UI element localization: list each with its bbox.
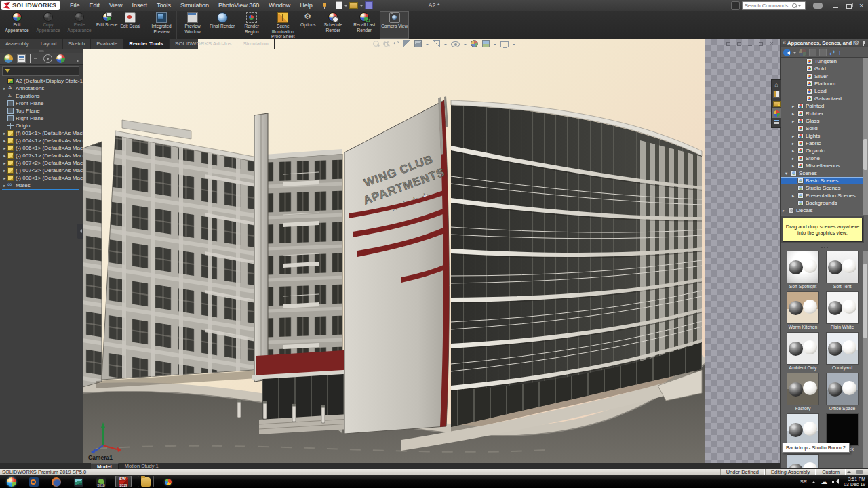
ribbon-button[interactable]: Paste Appearance <box>64 11 95 39</box>
zoom-to-fit-icon[interactable] <box>373 41 379 47</box>
ribbon-button[interactable]: Integrated Preview <box>144 11 177 39</box>
minimize-button[interactable] <box>833 3 840 9</box>
search-scope-icon[interactable] <box>731 1 740 10</box>
feature-tree-item[interactable]: Right Plane <box>0 115 83 122</box>
sync-icon[interactable]: ⇄ <box>829 49 835 56</box>
panel-grip[interactable] <box>39 50 44 52</box>
scene-preview[interactable] <box>787 373 818 405</box>
scene-preview[interactable] <box>827 251 858 283</box>
doc-close-icon[interactable] <box>769 41 774 47</box>
custom-properties-tab[interactable] <box>772 118 781 127</box>
file-explorer-tab[interactable] <box>772 99 781 108</box>
appearances-tree-item[interactable]: ▸ Painted <box>781 102 863 110</box>
taskbar-app-button[interactable] <box>48 476 64 487</box>
doc-window-icon[interactable] <box>758 41 764 47</box>
gear-icon[interactable]: ⚙ <box>854 39 859 47</box>
model-tab[interactable]: Motion Study 1 <box>119 463 165 470</box>
view-settings-caret[interactable] <box>513 44 515 47</box>
scene-thumbnail[interactable]: Courtyard <box>823 333 861 371</box>
zoom-to-area-icon[interactable] <box>383 41 389 47</box>
feature-tree-item[interactable]: ▸ (-) 007<3> (Default<As Machined> <box>0 167 83 174</box>
tabs-overflow-icon[interactable] <box>77 59 81 63</box>
ribbon-button[interactable]: Preview Window <box>177 11 208 39</box>
feature-tree-item[interactable]: ▸ (f) 001<1> (Default<As Machined> <box>0 129 83 137</box>
taskbar-app-button[interactable]: SW 2019 <box>115 476 132 487</box>
ribbon-button[interactable]: Final Render <box>208 11 236 39</box>
cloud-icon[interactable]: ☁ <box>821 478 827 486</box>
appearances-tab[interactable] <box>772 108 781 118</box>
tree-scrollbar[interactable] <box>863 58 868 215</box>
hide-show-items-icon[interactable] <box>451 41 460 47</box>
scene-thumbnail[interactable]: Office Space <box>823 373 861 411</box>
appearances-tree-item[interactable]: ▾ Scenes <box>781 169 863 177</box>
feature-tree-item[interactable]: ▸ (-) 008<1> (Default<As Machined> <box>0 174 83 182</box>
appearances-tree-item[interactable]: Tungsten <box>781 58 863 65</box>
expander-icon[interactable]: ▸ <box>792 148 797 154</box>
pin-menu-icon[interactable] <box>321 3 328 9</box>
expander-icon[interactable]: ▸ <box>792 134 797 139</box>
appearances-tree-item[interactable]: Solid <box>781 125 863 132</box>
scene-thumbnail[interactable]: Soft Tent <box>823 251 861 289</box>
scene-preview[interactable] <box>827 373 858 405</box>
new-document-icon[interactable] <box>336 1 342 9</box>
resources-tab[interactable]: ⌂ <box>772 80 781 89</box>
language-indicator[interactable]: SR <box>800 479 807 485</box>
view-orientation-icon[interactable] <box>414 40 422 47</box>
expander-icon[interactable]: ▸ <box>792 163 797 169</box>
units-caret-icon[interactable] <box>847 469 851 473</box>
feature-tree-item[interactable]: Front Plane <box>0 100 83 107</box>
expander-icon[interactable]: ▸ <box>792 193 797 199</box>
feature-tree-item[interactable]: Top Plane <box>0 107 83 115</box>
expander-icon[interactable]: ▸ <box>2 138 7 144</box>
command-tab[interactable]: Evaluate <box>91 39 123 49</box>
scene-thumbnail[interactable]: Factory <box>784 373 822 411</box>
last-tab-icon[interactable] <box>77 464 81 468</box>
open-document-icon[interactable] <box>349 2 358 9</box>
help-icon[interactable] <box>813 3 823 9</box>
menu-item[interactable]: Tools <box>152 0 176 11</box>
ribbon-button[interactable]: Edit Scene <box>95 11 119 39</box>
add-appearance-icon[interactable] <box>799 49 806 56</box>
menu-item[interactable]: Window <box>264 0 295 11</box>
appearances-tree-item[interactable]: ▸ Stone <box>781 155 863 162</box>
taskbar-app-button[interactable] <box>3 476 20 487</box>
command-tab[interactable]: Assembly <box>0 39 35 49</box>
expander-icon[interactable]: ▸ <box>2 176 7 181</box>
feature-tree-item[interactable]: ▸ Mates <box>0 182 83 189</box>
expander-icon[interactable]: ▸ <box>2 131 7 136</box>
scene-thumbnail[interactable]: Soft Spotlight <box>784 251 822 289</box>
command-tab[interactable]: Simulation <box>237 39 274 49</box>
scene-preview[interactable] <box>787 251 818 283</box>
ribbon-button[interactable]: Recall Last Render <box>349 11 380 39</box>
design-library-tab[interactable] <box>772 89 781 99</box>
model-tab[interactable]: Model <box>91 463 119 470</box>
close-button[interactable] <box>859 3 865 9</box>
previous-view-icon[interactable]: ↩ <box>393 40 399 47</box>
menu-item[interactable]: View <box>104 0 127 11</box>
expander-icon[interactable]: ▸ <box>792 111 797 117</box>
display-style-icon[interactable] <box>433 40 440 47</box>
back-icon[interactable] <box>783 49 791 56</box>
appearances-tree-item[interactable]: Galvanized <box>781 95 863 102</box>
appearances-tree-item[interactable]: ▸ Decals <box>781 207 863 214</box>
feature-tree-item[interactable]: ▸ Annotations <box>0 85 83 92</box>
tree-filter-box[interactable] <box>2 66 79 76</box>
appearances-tree-item[interactable]: Studio Scenes <box>781 184 863 192</box>
taskbar-app-button[interactable]: 2018 <box>93 476 109 487</box>
collapse-pane-icon[interactable]: « <box>783 39 786 47</box>
feature-tree-item[interactable]: Origin <box>0 122 83 129</box>
search-caret-icon[interactable] <box>798 5 801 8</box>
volume-icon[interactable] <box>832 479 839 485</box>
hide-show-items-caret[interactable] <box>464 44 467 47</box>
ribbon-button[interactable]: Options <box>298 11 317 39</box>
scene-preview[interactable] <box>787 292 818 323</box>
graphics-viewport[interactable]: WING CLUB APARTMENTS ★ ★ ★ ★ <box>83 39 705 463</box>
view-orientation-caret[interactable] <box>426 44 429 47</box>
feature-tree-item[interactable]: ▸ (-) 007<1> (Default<As Machined> <box>0 152 83 159</box>
section-view-icon[interactable] <box>403 40 410 47</box>
restore-button[interactable] <box>846 3 852 9</box>
appearances-tree-item[interactable]: ▸ Presentation Scenes <box>781 192 863 199</box>
appearances-tree-item[interactable]: Backgrounds <box>781 199 863 207</box>
ribbon-button[interactable]: Edit Appearance <box>1 11 33 39</box>
menu-item[interactable]: Edit <box>85 0 105 11</box>
